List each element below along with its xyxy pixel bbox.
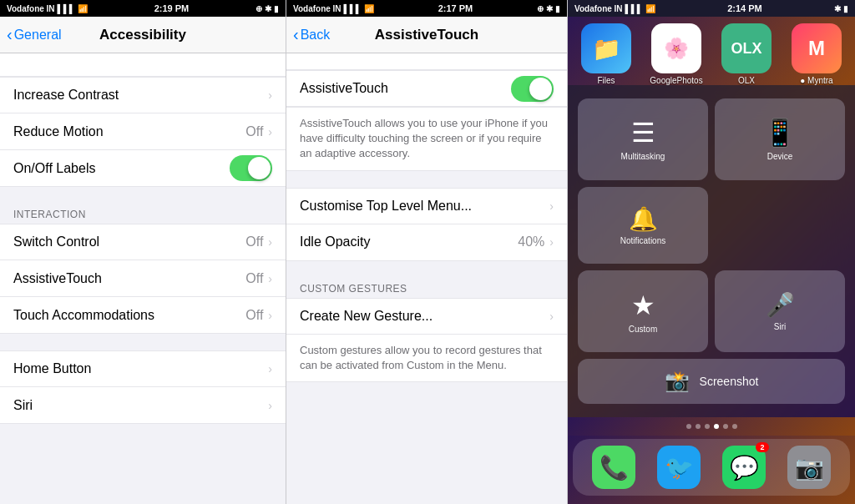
group-separator-1 (0, 187, 286, 204)
dock-camera[interactable]: 📷 (787, 446, 831, 489)
assistivetouch-toggle-row[interactable]: AssistiveTouch (286, 70, 567, 107)
back-button-1[interactable]: ‹ General (7, 25, 62, 44)
page-dot-4 (714, 424, 719, 429)
at-toggle-right (511, 76, 554, 102)
custom-gestures-group: Create New Gesture... › (286, 298, 567, 335)
bluetooth-icon-1: ✱ (265, 4, 271, 13)
siri-row[interactable]: Siri › (0, 387, 286, 424)
idle-opacity-value: 40% (518, 234, 544, 249)
reduce-motion-right: Off › (245, 124, 272, 139)
back-button-2[interactable]: ‹ Back (293, 25, 330, 44)
create-gesture-label: Create New Gesture... (300, 309, 433, 324)
status-bar-left-3: Vodafone IN ▌▌▌ 📶 (574, 4, 655, 13)
at-toggle-group: AssistiveTouch (286, 70, 567, 107)
whatsapp-badge: 2 (756, 442, 769, 452)
cc-custom-button[interactable]: ★ Custom (578, 270, 708, 352)
assistivetouch-panel: Vodafone IN ▌▌▌ 📶 2:17 PM ⊕ ✱ ▮ ‹ Back A… (286, 0, 568, 504)
screenshot-label: Screenshot (700, 375, 759, 388)
page-dot-5 (723, 424, 728, 429)
custom-icon: ★ (631, 290, 655, 321)
increase-contrast-label: Increase Contrast (13, 88, 119, 103)
back-label-1[interactable]: General (14, 28, 62, 43)
olx-label: OLX (738, 76, 755, 85)
on-off-toggle[interactable] (230, 155, 272, 181)
reduce-motion-label: Reduce Motion (13, 124, 104, 139)
status-bar-right-1: ⊕ ✱ ▮ (255, 4, 279, 13)
status-bar-right-2: ⊕ ✱ ▮ (537, 4, 560, 13)
create-gesture-row[interactable]: Create New Gesture... › (286, 298, 567, 335)
bluetooth-icon-3: ✱ (834, 4, 841, 13)
control-center: ☰ Multitasking 📱 Device 🔔 Notifications … (568, 85, 855, 417)
multitasking-icon: ☰ (631, 117, 655, 149)
files-icon: 📁 (581, 23, 631, 73)
myntra-label: ● Myntra (800, 76, 832, 85)
on-off-labels-right (230, 155, 272, 181)
app-files[interactable]: 📁 Files (573, 23, 640, 85)
cc-notifications-button[interactable]: 🔔 Notifications (578, 187, 708, 265)
back-chevron-icon-2: ‹ (293, 25, 299, 44)
assistivetouch-list: AssistiveTouch AssistiveTouch allows you… (286, 53, 567, 504)
reduce-motion-row[interactable]: Reduce Motion Off › (0, 113, 286, 150)
chevron-icon: › (549, 199, 554, 213)
chevron-icon: › (549, 310, 554, 323)
idle-opacity-row[interactable]: Idle Opacity 40% › (286, 224, 567, 261)
touch-accommodations-row[interactable]: Touch Accommodations Off › (0, 297, 286, 334)
time-2: 2:17 PM (438, 3, 473, 13)
googlephotos-icon: 🌸 (651, 23, 701, 73)
switch-control-label: Switch Control (13, 234, 99, 249)
carrier-1: Vodafone IN (7, 4, 55, 13)
display-group: Increase Contrast › Reduce Motion Off › … (0, 77, 286, 187)
interaction-group: Switch Control Off › AssistiveTouch Off … (0, 224, 286, 334)
custom-gestures-description: Custom gestures allow you to record gest… (286, 335, 567, 382)
reduce-motion-value: Off (245, 124, 263, 139)
page-title-1: Accessibility (99, 27, 186, 43)
back-label-2[interactable]: Back (301, 28, 331, 43)
page-dot-3 (705, 424, 710, 429)
group-separator-2 (0, 334, 286, 350)
create-gesture-right: › (549, 310, 554, 323)
status-bar-left-2: Vodafone IN ▌▌▌ 📶 (293, 4, 374, 13)
custom-label: Custom (629, 325, 657, 334)
time-3: 2:14 PM (727, 3, 762, 13)
dock-twitter[interactable]: 🐦 (657, 446, 701, 489)
on-off-labels-row[interactable]: On/Off Labels (0, 150, 286, 187)
cc-device-button[interactable]: 📱 Device (715, 98, 845, 180)
files-label: Files (597, 76, 615, 85)
assistivetouch-label-1: AssistiveTouch (13, 271, 102, 286)
switch-control-row[interactable]: Switch Control Off › (0, 224, 286, 260)
signal-icon-3: ▌▌▌ (625, 4, 643, 13)
dock-phone[interactable]: 📞 (592, 446, 635, 489)
assistivetouch-right-1: Off › (245, 271, 272, 286)
cc-screenshot-button[interactable]: 📸 Screenshot (578, 359, 845, 404)
at-description: AssistiveTouch allows you to use your iP… (286, 107, 567, 171)
wifi-icon-1: 📶 (78, 4, 88, 13)
status-bar-right-3: ✱ ▮ (834, 4, 848, 13)
increase-contrast-row[interactable]: Increase Contrast › (0, 77, 286, 113)
dock-whatsapp[interactable]: 💬 2 (722, 446, 766, 489)
app-googlephotos[interactable]: 🌸 GooglePhotos (643, 23, 710, 85)
siri-icon: 🎤 (766, 291, 795, 319)
page-dot-2 (696, 424, 701, 429)
increase-contrast-right: › (268, 88, 272, 102)
at-options-group: Customise Top Level Menu... › Idle Opaci… (286, 188, 567, 261)
notifications-icon: 🔔 (629, 205, 658, 233)
cc-siri-button[interactable]: 🎤 Siri (715, 270, 845, 352)
chevron-icon: › (268, 309, 272, 322)
accessibility-panel: Vodafone IN ▌▌▌ 📶 2:19 PM ⊕ ✱ ▮ ‹ Genera… (0, 0, 286, 504)
custom-gestures-header: CUSTOM GESTURES (286, 278, 567, 298)
app-olx[interactable]: OLX OLX (713, 23, 780, 85)
dock-area: 📞 🐦 💬 2 📷 (568, 436, 855, 504)
assistivetouch-toggle[interactable] (511, 76, 554, 102)
home-button-right: › (268, 362, 272, 375)
googlephotos-label: GooglePhotos (650, 76, 702, 85)
device-icon: 📱 (763, 117, 797, 149)
idle-opacity-right: 40% › (518, 234, 554, 249)
assistivetouch-row-1[interactable]: AssistiveTouch Off › (0, 260, 286, 297)
cc-multitasking-button[interactable]: ☰ Multitasking (578, 98, 708, 180)
app-grid: 📁 Files 🌸 GooglePhotos OLX OLX M ● Myntr… (568, 17, 855, 88)
app-myntra[interactable]: M ● Myntra (783, 23, 850, 85)
settings-list-1: Increase Contrast › Reduce Motion Off › … (0, 53, 286, 504)
status-bar-3: Vodafone IN ▌▌▌ 📶 2:14 PM ✱ ▮ (568, 0, 855, 17)
home-button-row[interactable]: Home Button › (0, 350, 286, 387)
customise-menu-row[interactable]: Customise Top Level Menu... › (286, 188, 567, 224)
